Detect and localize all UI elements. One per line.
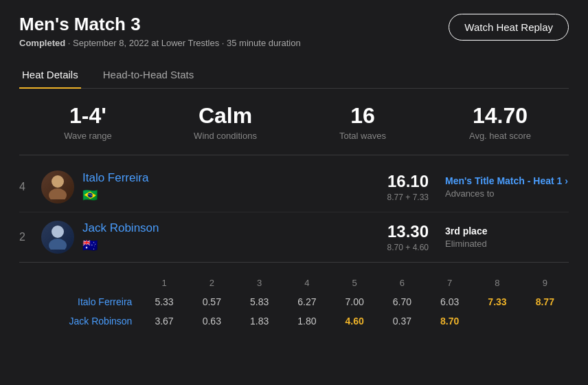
italo-wave-8: 7.33 bbox=[473, 292, 521, 311]
player-result-italo: Men's Title Match - Heat 1 › Advances to bbox=[445, 175, 569, 199]
jack-wave-6: 0.37 bbox=[378, 311, 426, 331]
player-breakdown-italo: 8.77 + 7.33 bbox=[387, 192, 429, 202]
italo-wave-1: 5.33 bbox=[140, 292, 188, 311]
italo-wave-7: 6.03 bbox=[426, 292, 473, 311]
player-info-jack: Jack Robinson 🇦🇺 bbox=[82, 221, 387, 253]
jack-wave-7: 8.70 bbox=[426, 311, 473, 331]
italo-wave-6: 6.70 bbox=[378, 292, 426, 311]
col-header-6: 6 bbox=[378, 274, 426, 292]
col-header-1: 1 bbox=[140, 274, 188, 292]
player-name-italo[interactable]: Italo Ferreira bbox=[82, 171, 387, 185]
total-waves-label: Total waves bbox=[294, 131, 431, 141]
players-section: 4 Italo Ferreira 🇧🇷 16.10 8.77 + 7.33 Me… bbox=[19, 155, 569, 263]
col-header-5: 5 bbox=[331, 274, 378, 292]
player-row-italo: 4 Italo Ferreira 🇧🇷 16.10 8.77 + 7.33 Me… bbox=[19, 162, 569, 212]
tab-bar: Heat Details Head-to-Head Stats bbox=[19, 62, 569, 89]
stat-total-waves: 16 Total waves bbox=[294, 104, 431, 141]
player-flag-jack: 🇦🇺 bbox=[82, 238, 387, 253]
page-header: Men's Match 3 Completed · September 8, 2… bbox=[19, 14, 569, 48]
col-header-2: 2 bbox=[188, 274, 236, 292]
table-row-jack: Jack Robinson 3.67 0.63 1.83 1.80 4.60 0… bbox=[19, 311, 569, 331]
player-result-title-italo: Men's Title Match - Heat 1 › bbox=[445, 175, 569, 186]
player-seed-italo: 4 bbox=[19, 181, 33, 193]
wave-table: 1 2 3 4 5 6 7 8 9 Italo Ferreira 5.33 0.… bbox=[19, 263, 569, 339]
italo-wave-4: 6.27 bbox=[283, 292, 330, 311]
col-header-name bbox=[19, 274, 140, 292]
player-breakdown-jack: 8.70 + 4.60 bbox=[387, 243, 429, 252]
match-title: Men's Match 3 bbox=[19, 14, 301, 35]
jack-name-cell: Jack Robinson bbox=[19, 311, 140, 331]
avg-score-label: Avg. heat score bbox=[431, 131, 569, 141]
table-row-italo: Italo Ferreira 5.33 0.57 5.83 6.27 7.00 … bbox=[19, 292, 569, 311]
wind-value: Calm bbox=[157, 104, 294, 128]
avatar-jack bbox=[41, 221, 74, 254]
italo-wave-9: 8.77 bbox=[521, 292, 569, 311]
col-header-7: 7 bbox=[426, 274, 473, 292]
jack-wave-2: 0.63 bbox=[188, 311, 236, 331]
col-header-4: 4 bbox=[283, 274, 330, 292]
jack-wave-3: 1.83 bbox=[236, 311, 283, 331]
svg-point-1 bbox=[49, 188, 67, 199]
col-header-8: 8 bbox=[473, 274, 521, 292]
wind-label: Wind conditions bbox=[157, 131, 294, 141]
watch-replay-button[interactable]: Watch Heat Replay bbox=[449, 14, 569, 41]
wave-range-value: 1-4' bbox=[19, 104, 157, 128]
match-details: · September 8, 2022 at Lower Trestles · … bbox=[68, 38, 301, 48]
tab-head-to-head[interactable]: Head-to-Head Stats bbox=[100, 62, 197, 89]
player-info-italo: Italo Ferreira 🇧🇷 bbox=[82, 171, 387, 203]
italo-wave-5: 7.00 bbox=[331, 292, 378, 311]
player-name-jack[interactable]: Jack Robinson bbox=[82, 221, 387, 235]
wave-range-label: Wave range bbox=[19, 131, 157, 141]
stat-wave-range: 1-4' Wave range bbox=[19, 104, 157, 141]
player-total-score-jack: 13.30 bbox=[387, 222, 429, 241]
player-result-jack: 3rd place Eliminated bbox=[445, 226, 569, 249]
svg-point-2 bbox=[52, 226, 64, 238]
italo-name-cell: Italo Ferreira bbox=[19, 292, 140, 311]
jack-wave-9 bbox=[521, 311, 569, 331]
match-meta: Completed · September 8, 2022 at Lower T… bbox=[19, 38, 301, 48]
player-score-italo: 16.10 8.77 + 7.33 bbox=[387, 172, 429, 202]
col-header-9: 9 bbox=[521, 274, 569, 292]
italo-wave-3: 5.83 bbox=[236, 292, 283, 311]
player-score-jack: 13.30 8.70 + 4.60 bbox=[387, 222, 429, 252]
svg-point-3 bbox=[49, 239, 67, 250]
player-flag-italo: 🇧🇷 bbox=[82, 188, 387, 203]
jack-wave-5: 4.60 bbox=[331, 311, 378, 331]
col-header-3: 3 bbox=[236, 274, 283, 292]
stats-row: 1-4' Wave range Calm Wind conditions 16 … bbox=[19, 89, 569, 155]
header-left: Men's Match 3 Completed · September 8, 2… bbox=[19, 14, 301, 48]
player-row-jack: 2 Jack Robinson 🇦🇺 13.30 8.70 + 4.60 3rd… bbox=[19, 212, 569, 262]
stat-wind: Calm Wind conditions bbox=[157, 104, 294, 141]
avg-score-value: 14.70 bbox=[431, 104, 569, 128]
italo-wave-2: 0.57 bbox=[188, 292, 236, 311]
player-seed-jack: 2 bbox=[19, 231, 33, 243]
stat-avg-score: 14.70 Avg. heat score bbox=[431, 104, 569, 141]
match-status: Completed bbox=[19, 38, 65, 48]
avatar-italo bbox=[41, 170, 74, 204]
jack-wave-8 bbox=[473, 311, 521, 331]
total-waves-value: 16 bbox=[294, 104, 431, 128]
svg-point-0 bbox=[52, 175, 64, 188]
player-result-title-jack: 3rd place bbox=[445, 226, 569, 236]
result-link-italo[interactable]: Men's Title Match - Heat 1 › bbox=[445, 175, 568, 186]
table-header-row: 1 2 3 4 5 6 7 8 9 bbox=[19, 274, 569, 292]
tab-heat-details[interactable]: Heat Details bbox=[19, 62, 81, 89]
player-total-score-italo: 16.10 bbox=[387, 172, 429, 191]
jack-wave-1: 3.67 bbox=[140, 311, 188, 331]
player-result-sub-jack: Eliminated bbox=[445, 239, 569, 249]
player-result-sub-italo: Advances to bbox=[445, 188, 569, 199]
jack-wave-4: 1.80 bbox=[283, 311, 330, 331]
